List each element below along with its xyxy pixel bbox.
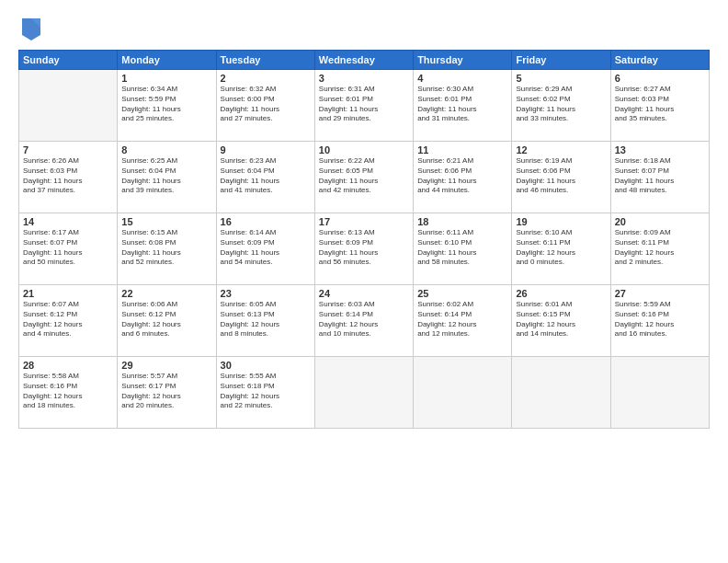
day-number: 13 <box>615 144 705 155</box>
day-number: 6 <box>615 73 705 84</box>
calendar-header-row: SundayMondayTuesdayWednesdayThursdayFrid… <box>19 51 710 70</box>
cell-info: Sunrise: 5:57 AMSunset: 6:17 PMDaylight:… <box>121 372 211 411</box>
day-number: 8 <box>121 144 211 155</box>
day-number: 12 <box>516 144 606 155</box>
calendar-cell: 17Sunrise: 6:13 AMSunset: 6:09 PMDayligh… <box>314 213 413 285</box>
cell-info: Sunrise: 6:07 AMSunset: 6:12 PMDaylight:… <box>23 300 113 339</box>
header-tuesday: Tuesday <box>216 51 314 70</box>
week-row-4: 28Sunrise: 5:58 AMSunset: 6:16 PMDayligh… <box>19 357 710 429</box>
calendar-cell: 23Sunrise: 6:05 AMSunset: 6:13 PMDayligh… <box>216 285 314 357</box>
calendar-cell <box>19 70 118 142</box>
cell-info: Sunrise: 6:25 AMSunset: 6:04 PMDaylight:… <box>121 156 211 196</box>
cell-info: Sunrise: 6:32 AMSunset: 6:00 PMDaylight:… <box>221 85 311 124</box>
day-number: 5 <box>516 73 606 84</box>
day-number: 26 <box>516 288 606 299</box>
day-number: 3 <box>319 73 409 84</box>
calendar-cell: 19Sunrise: 6:10 AMSunset: 6:11 PMDayligh… <box>512 213 610 285</box>
calendar-cell <box>414 357 512 429</box>
calendar-cell <box>512 357 610 429</box>
calendar-cell: 16Sunrise: 6:14 AMSunset: 6:09 PMDayligh… <box>216 213 314 285</box>
day-number: 28 <box>23 360 113 371</box>
cell-info: Sunrise: 6:02 AMSunset: 6:14 PMDaylight:… <box>417 300 507 339</box>
page: SundayMondayTuesdayWednesdayThursdayFrid… <box>0 0 728 563</box>
calendar-cell: 28Sunrise: 5:58 AMSunset: 6:16 PMDayligh… <box>19 357 118 429</box>
cell-info: Sunrise: 6:11 AMSunset: 6:10 PMDaylight:… <box>417 228 507 268</box>
calendar-cell: 12Sunrise: 6:19 AMSunset: 6:06 PMDayligh… <box>512 142 610 213</box>
calendar-cell: 18Sunrise: 6:11 AMSunset: 6:10 PMDayligh… <box>414 213 512 285</box>
calendar-cell: 29Sunrise: 5:57 AMSunset: 6:17 PMDayligh… <box>118 357 216 429</box>
calendar-cell: 7Sunrise: 6:26 AMSunset: 6:03 PMDaylight… <box>19 142 118 213</box>
header-wednesday: Wednesday <box>314 51 413 70</box>
day-number: 9 <box>221 144 311 155</box>
cell-info: Sunrise: 6:13 AMSunset: 6:09 PMDaylight:… <box>319 228 409 268</box>
logo <box>18 15 42 40</box>
day-number: 15 <box>121 216 211 227</box>
cell-info: Sunrise: 6:01 AMSunset: 6:15 PMDaylight:… <box>516 300 606 339</box>
calendar-cell: 5Sunrise: 6:29 AMSunset: 6:02 PMDaylight… <box>512 70 610 142</box>
week-row-0: 1Sunrise: 6:34 AMSunset: 5:59 PMDaylight… <box>19 70 710 142</box>
calendar-cell: 24Sunrise: 6:03 AMSunset: 6:14 PMDayligh… <box>314 285 413 357</box>
header-sunday: Sunday <box>19 51 118 70</box>
week-row-3: 21Sunrise: 6:07 AMSunset: 6:12 PMDayligh… <box>19 285 710 357</box>
day-number: 30 <box>221 360 311 371</box>
cell-info: Sunrise: 5:55 AMSunset: 6:18 PMDaylight:… <box>221 372 311 411</box>
calendar-cell: 20Sunrise: 6:09 AMSunset: 6:11 PMDayligh… <box>610 213 709 285</box>
calendar-cell: 6Sunrise: 6:27 AMSunset: 6:03 PMDaylight… <box>610 70 709 142</box>
header <box>18 15 710 40</box>
calendar-cell: 8Sunrise: 6:25 AMSunset: 6:04 PMDaylight… <box>118 142 216 213</box>
cell-info: Sunrise: 6:15 AMSunset: 6:08 PMDaylight:… <box>121 228 211 268</box>
calendar-cell: 11Sunrise: 6:21 AMSunset: 6:06 PMDayligh… <box>414 142 512 213</box>
cell-info: Sunrise: 6:29 AMSunset: 6:02 PMDaylight:… <box>516 85 606 124</box>
day-number: 24 <box>319 288 409 299</box>
day-number: 16 <box>221 216 311 227</box>
day-number: 2 <box>221 73 311 84</box>
cell-info: Sunrise: 6:18 AMSunset: 6:07 PMDaylight:… <box>615 156 705 196</box>
day-number: 20 <box>615 216 705 227</box>
cell-info: Sunrise: 6:10 AMSunset: 6:11 PMDaylight:… <box>516 228 606 268</box>
day-number: 19 <box>516 216 606 227</box>
calendar-cell: 15Sunrise: 6:15 AMSunset: 6:08 PMDayligh… <box>118 213 216 285</box>
header-monday: Monday <box>118 51 216 70</box>
cell-info: Sunrise: 6:09 AMSunset: 6:11 PMDaylight:… <box>615 228 705 268</box>
cell-info: Sunrise: 6:05 AMSunset: 6:13 PMDaylight:… <box>221 300 311 339</box>
calendar-cell: 13Sunrise: 6:18 AMSunset: 6:07 PMDayligh… <box>610 142 709 213</box>
calendar-cell <box>610 357 709 429</box>
day-number: 7 <box>23 144 113 155</box>
calendar-cell: 1Sunrise: 6:34 AMSunset: 5:59 PMDaylight… <box>118 70 216 142</box>
header-friday: Friday <box>512 51 610 70</box>
logo-icon <box>20 15 42 40</box>
calendar-cell: 14Sunrise: 6:17 AMSunset: 6:07 PMDayligh… <box>19 213 118 285</box>
cell-info: Sunrise: 5:58 AMSunset: 6:16 PMDaylight:… <box>23 372 113 411</box>
day-number: 18 <box>417 216 507 227</box>
header-saturday: Saturday <box>610 51 709 70</box>
day-number: 4 <box>417 73 507 84</box>
calendar-cell: 10Sunrise: 6:22 AMSunset: 6:05 PMDayligh… <box>314 142 413 213</box>
cell-info: Sunrise: 6:06 AMSunset: 6:12 PMDaylight:… <box>121 300 211 339</box>
cell-info: Sunrise: 6:17 AMSunset: 6:07 PMDaylight:… <box>23 228 113 268</box>
calendar-cell: 2Sunrise: 6:32 AMSunset: 6:00 PMDaylight… <box>216 70 314 142</box>
day-number: 25 <box>417 288 507 299</box>
day-number: 29 <box>121 360 211 371</box>
cell-info: Sunrise: 6:34 AMSunset: 5:59 PMDaylight:… <box>121 85 211 124</box>
calendar-cell: 4Sunrise: 6:30 AMSunset: 6:01 PMDaylight… <box>414 70 512 142</box>
cell-info: Sunrise: 6:22 AMSunset: 6:05 PMDaylight:… <box>319 156 409 196</box>
day-number: 27 <box>615 288 705 299</box>
day-number: 21 <box>23 288 113 299</box>
cell-info: Sunrise: 6:23 AMSunset: 6:04 PMDaylight:… <box>221 156 311 196</box>
cell-info: Sunrise: 5:59 AMSunset: 6:16 PMDaylight:… <box>615 300 705 339</box>
calendar-cell: 26Sunrise: 6:01 AMSunset: 6:15 PMDayligh… <box>512 285 610 357</box>
calendar-cell: 9Sunrise: 6:23 AMSunset: 6:04 PMDaylight… <box>216 142 314 213</box>
day-number: 17 <box>319 216 409 227</box>
calendar-cell: 22Sunrise: 6:06 AMSunset: 6:12 PMDayligh… <box>118 285 216 357</box>
calendar-cell: 3Sunrise: 6:31 AMSunset: 6:01 PMDaylight… <box>314 70 413 142</box>
header-thursday: Thursday <box>414 51 512 70</box>
cell-info: Sunrise: 6:03 AMSunset: 6:14 PMDaylight:… <box>319 300 409 339</box>
day-number: 11 <box>417 144 507 155</box>
cell-info: Sunrise: 6:27 AMSunset: 6:03 PMDaylight:… <box>615 85 705 124</box>
calendar-cell: 25Sunrise: 6:02 AMSunset: 6:14 PMDayligh… <box>414 285 512 357</box>
calendar-cell <box>314 357 413 429</box>
cell-info: Sunrise: 6:26 AMSunset: 6:03 PMDaylight:… <box>23 156 113 196</box>
week-row-2: 14Sunrise: 6:17 AMSunset: 6:07 PMDayligh… <box>19 213 710 285</box>
day-number: 14 <box>23 216 113 227</box>
day-number: 1 <box>121 73 211 84</box>
